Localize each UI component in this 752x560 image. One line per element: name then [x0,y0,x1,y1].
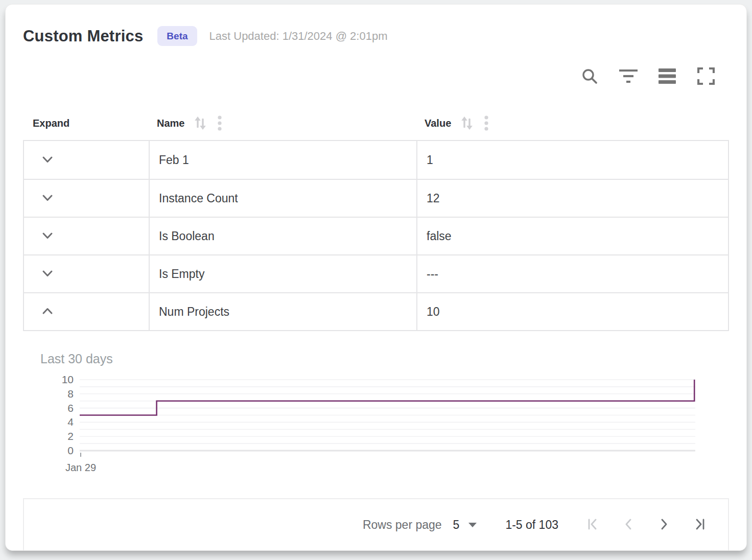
svg-text:4: 4 [67,416,74,428]
chevron-right-icon [657,517,671,533]
fullscreen-button[interactable] [696,67,716,86]
density-button[interactable] [657,67,677,86]
svg-text:8: 8 [67,388,74,400]
rows-per-page-select[interactable]: 5 [453,518,477,532]
column-header-expand: Expand [23,118,148,129]
chevron-up-icon [41,305,54,319]
beta-badge: Beta [157,26,197,46]
cell-name: Instance Count [149,180,416,217]
filter-icon [619,68,638,85]
svg-text:6: 6 [67,402,74,414]
cell-name: Num Projects [149,293,416,330]
table-row: Is Empty --- [24,254,728,292]
chart-title: Last 30 days [40,352,729,366]
column-header-name[interactable]: Name [148,114,415,132]
table-row: Is Boolean false [24,217,728,254]
pagination-range: 1-5 of 103 [505,518,558,532]
first-page-icon [585,517,600,533]
table-toolbar [23,66,729,87]
cell-value: 12 [416,180,728,217]
table-row: Num Projects 10 [24,292,728,330]
expand-row-button[interactable] [37,150,58,170]
cell-name: Is Empty [149,255,416,292]
previous-page-button[interactable] [621,517,636,532]
chevron-down-icon [41,229,54,244]
expand-row-button[interactable] [37,226,58,246]
cell-value: 10 [416,293,728,330]
svg-text:Jan 29: Jan 29 [65,462,96,473]
collapse-row-button[interactable] [37,301,58,322]
column-header-value[interactable]: Value [415,114,729,132]
svg-text:2: 2 [67,430,74,442]
chevron-down-icon [41,153,54,168]
expand-row-button[interactable] [37,188,58,208]
last-page-icon [693,517,707,533]
chevron-down-icon [41,267,54,282]
chevron-down-icon [41,191,54,206]
table-body: Feb 1 1 Instance Count 12 [23,140,729,331]
cell-name: Feb 1 [149,141,416,179]
search-button[interactable] [580,67,599,86]
table-header-row: Expand Name [23,106,729,140]
fullscreen-icon [697,67,715,86]
next-page-button[interactable] [656,517,672,532]
filter-button[interactable] [619,67,638,86]
page-title: Custom Metrics [23,27,143,45]
first-page-button[interactable] [585,517,600,532]
table-row: Instance Count 12 [24,179,728,217]
search-icon [580,67,599,87]
rows-per-page-label: Rows per page [363,518,442,532]
cell-value: --- [416,255,728,292]
cell-value: 1 [416,141,728,179]
page-header: Custom Metrics Beta Last Updated: 1/31/2… [23,5,729,46]
svg-text:10: 10 [62,376,74,385]
metric-history-chart: 0246810Jan 29 [23,376,702,478]
custom-metrics-card: Custom Metrics Beta Last Updated: 1/31/2… [5,4,747,551]
density-icon [659,68,676,85]
column-menu-icon[interactable] [217,114,222,132]
cell-value: false [416,218,728,254]
last-updated-text: Last Updated: 1/31/2024 @ 2:01pm [209,30,388,43]
expand-row-button[interactable] [37,264,58,284]
cell-name: Is Boolean [149,218,416,254]
column-menu-icon[interactable] [484,114,489,132]
sort-icon[interactable] [458,114,476,132]
chevron-left-icon [621,517,636,533]
table-footer: Rows per page 5 1-5 of 103 [23,498,729,550]
caret-down-icon [468,523,477,527]
table-row: Feb 1 1 [24,141,728,179]
svg-text:0: 0 [67,445,74,456]
pagination-controls [585,517,708,532]
last-page-button[interactable] [692,517,708,532]
rows-per-page-value: 5 [453,518,460,532]
metrics-table: Expand Name [23,106,729,331]
sort-icon[interactable] [192,114,209,132]
expanded-row-panel: Last 30 days 0246810Jan 29 [23,352,729,478]
